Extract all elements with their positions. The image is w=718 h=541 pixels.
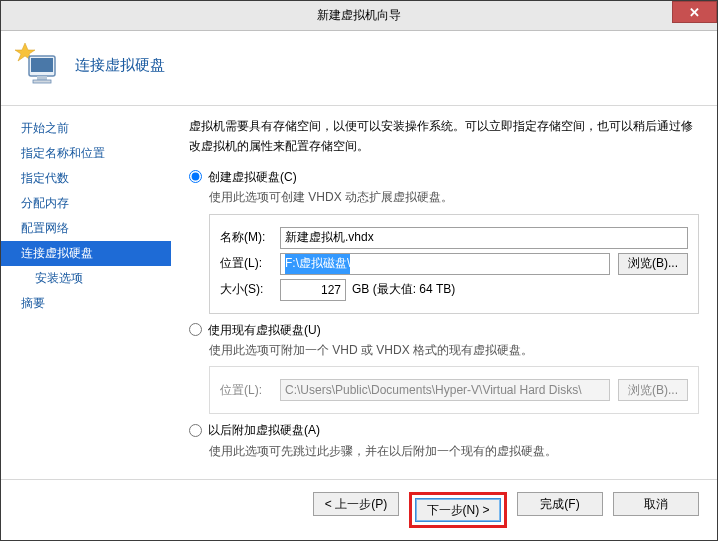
svg-rect-2 xyxy=(31,58,53,72)
radio-create-vhd-input[interactable] xyxy=(189,170,202,183)
browse-existing-button: 浏览(B)... xyxy=(618,379,688,401)
sidebar-item-connect-vhd[interactable]: 连接虚拟硬盘 xyxy=(1,241,171,266)
size-label: 大小(S): xyxy=(220,279,280,299)
existing-location-input: C:\Users\Public\Documents\Hyper-V\Virtua… xyxy=(280,379,610,401)
option-create-vhd: 创建虚拟硬盘(C) 使用此选项可创建 VHDX 动态扩展虚拟硬盘。 名称(M):… xyxy=(189,167,699,314)
option-later-desc: 使用此选项可先跳过此步骤，并在以后附加一个现有的虚拟硬盘。 xyxy=(189,441,699,461)
radio-use-existing-label: 使用现有虚拟硬盘(U) xyxy=(208,320,321,340)
wizard-body: 开始之前 指定名称和位置 指定代数 分配内存 配置网络 连接虚拟硬盘 安装选项 … xyxy=(1,106,717,479)
browse-button[interactable]: 浏览(B)... xyxy=(618,253,688,275)
name-label: 名称(M): xyxy=(220,227,280,247)
radio-attach-later-label: 以后附加虚拟硬盘(A) xyxy=(208,420,320,440)
description-text: 虚拟机需要具有存储空间，以便可以安装操作系统。可以立即指定存储空间，也可以稍后通… xyxy=(189,116,699,157)
prev-button[interactable]: < 上一步(P) xyxy=(313,492,399,516)
radio-use-existing[interactable]: 使用现有虚拟硬盘(U) xyxy=(189,320,699,340)
option-attach-later: 以后附加虚拟硬盘(A) 使用此选项可先跳过此步骤，并在以后附加一个现有的虚拟硬盘… xyxy=(189,420,699,461)
sidebar-item-before-begin[interactable]: 开始之前 xyxy=(1,116,171,141)
location-label: 位置(L): xyxy=(220,253,280,273)
next-button[interactable]: 下一步(N) > xyxy=(415,498,501,522)
sidebar: 开始之前 指定名称和位置 指定代数 分配内存 配置网络 连接虚拟硬盘 安装选项 … xyxy=(1,106,171,479)
cancel-button[interactable]: 取消 xyxy=(613,492,699,516)
page-title: 连接虚拟硬盘 xyxy=(75,56,165,75)
existing-vhd-fields: 位置(L): C:\Users\Public\Documents\Hyper-V… xyxy=(209,366,699,414)
finish-button[interactable]: 完成(F) xyxy=(517,492,603,516)
existing-location-label: 位置(L): xyxy=(220,380,280,400)
sidebar-item-network[interactable]: 配置网络 xyxy=(1,216,171,241)
sidebar-item-summary[interactable]: 摘要 xyxy=(1,291,171,316)
sidebar-item-install-options[interactable]: 安装选项 xyxy=(1,266,171,291)
close-button[interactable]: ✕ xyxy=(672,1,717,23)
vhd-location-input[interactable]: F:\虚拟磁盘\ xyxy=(280,253,610,275)
wizard-window: 新建虚拟机向导 ✕ 连接虚拟硬盘 开始之前 指定名称和位置 指定代数 分配内存 … xyxy=(0,0,718,541)
window-title: 新建虚拟机向导 xyxy=(1,7,717,24)
radio-create-vhd-label: 创建虚拟硬盘(C) xyxy=(208,167,297,187)
wizard-footer: < 上一步(P) 下一步(N) > 完成(F) 取消 xyxy=(1,479,717,540)
option-existing-desc: 使用此选项可附加一个 VHD 或 VHDX 格式的现有虚拟硬盘。 xyxy=(189,340,699,360)
wizard-header: 连接虚拟硬盘 xyxy=(1,31,717,106)
wizard-icon xyxy=(15,41,63,89)
vhd-name-input[interactable] xyxy=(280,227,688,249)
vhd-size-input[interactable] xyxy=(280,279,346,301)
radio-attach-later-input[interactable] xyxy=(189,424,202,437)
option-use-existing: 使用现有虚拟硬盘(U) 使用此选项可附加一个 VHD 或 VHDX 格式的现有虚… xyxy=(189,320,699,415)
sidebar-item-memory[interactable]: 分配内存 xyxy=(1,191,171,216)
option-create-desc: 使用此选项可创建 VHDX 动态扩展虚拟硬盘。 xyxy=(189,187,699,207)
content-panel: 虚拟机需要具有存储空间，以便可以安装操作系统。可以立即指定存储空间，也可以稍后通… xyxy=(171,106,717,479)
svg-rect-4 xyxy=(33,80,51,83)
vhd-location-value: F:\虚拟磁盘\ xyxy=(285,253,350,273)
radio-use-existing-input[interactable] xyxy=(189,323,202,336)
radio-attach-later[interactable]: 以后附加虚拟硬盘(A) xyxy=(189,420,699,440)
close-icon: ✕ xyxy=(689,5,700,20)
existing-location-value: C:\Users\Public\Documents\Hyper-V\Virtua… xyxy=(285,380,582,400)
size-unit: GB (最大值: 64 TB) xyxy=(352,279,455,299)
create-vhd-fields: 名称(M): 位置(L): F:\虚拟磁盘\ 浏览(B)... 大小(S): G… xyxy=(209,214,699,314)
radio-create-vhd[interactable]: 创建虚拟硬盘(C) xyxy=(189,167,699,187)
svg-rect-3 xyxy=(37,76,47,80)
next-highlight: 下一步(N) > xyxy=(409,492,507,528)
titlebar: 新建虚拟机向导 ✕ xyxy=(1,1,717,31)
sidebar-item-generation[interactable]: 指定代数 xyxy=(1,166,171,191)
sidebar-item-name-location[interactable]: 指定名称和位置 xyxy=(1,141,171,166)
